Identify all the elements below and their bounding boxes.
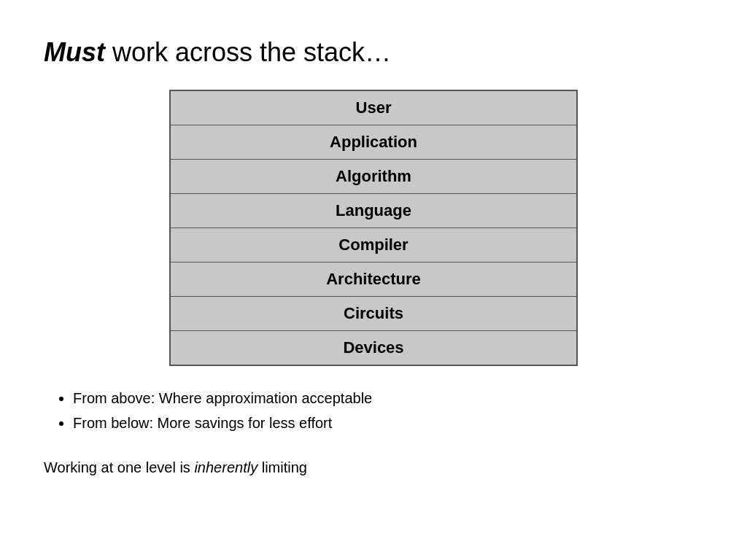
page-title: Must work across the stack… [44, 36, 703, 68]
bullets-section: From above: Where approximation acceptab… [44, 388, 703, 438]
stack-layer-cell: User [170, 90, 577, 125]
bullet-item: From below: More savings for less effort [73, 413, 703, 433]
footer-italic: inherently [194, 459, 258, 475]
stack-layer-row: User [170, 90, 577, 125]
stack-layer-cell: Devices [170, 331, 577, 366]
title-suffix: work across the stack… [105, 37, 391, 67]
stack-layer-row: Architecture [170, 262, 577, 297]
stack-layer-cell: Language [170, 194, 577, 228]
footer-suffix: limiting [258, 459, 307, 475]
footer-prefix: Working at one level is [44, 459, 194, 475]
stack-layer-cell: Architecture [170, 262, 577, 297]
stack-layer-row: Application [170, 125, 577, 160]
stack-layer-row: Compiler [170, 228, 577, 262]
bullets-list: From above: Where approximation acceptab… [58, 388, 703, 433]
stack-diagram: UserApplicationAlgorithmLanguageCompiler… [44, 90, 703, 366]
bullet-item: From above: Where approximation acceptab… [73, 388, 703, 408]
stack-layer-row: Circuits [170, 297, 577, 331]
page-container: Must work across the stack… UserApplicat… [0, 0, 747, 560]
stack-layer-row: Language [170, 194, 577, 228]
stack-layer-row: Devices [170, 331, 577, 366]
stack-table: UserApplicationAlgorithmLanguageCompiler… [169, 90, 578, 366]
stack-layer-cell: Circuits [170, 297, 577, 331]
footer-text: Working at one level is inherently limit… [44, 459, 703, 476]
stack-layer-row: Algorithm [170, 160, 577, 194]
stack-layer-cell: Algorithm [170, 160, 577, 194]
stack-layer-cell: Compiler [170, 228, 577, 262]
title-italic-bold: Must [44, 37, 105, 67]
stack-layer-cell: Application [170, 125, 577, 160]
